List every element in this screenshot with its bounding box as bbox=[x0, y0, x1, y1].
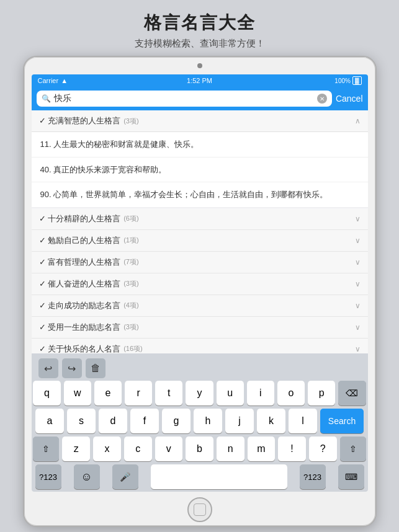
redo-button[interactable]: ↪ bbox=[62, 358, 82, 378]
key-e[interactable]: e bbox=[94, 381, 122, 406]
num-key-right[interactable]: ?123 bbox=[300, 464, 326, 489]
battery-info: 100% ▓ bbox=[334, 76, 361, 85]
key-o[interactable]: o bbox=[277, 381, 305, 406]
chevron-up-icon: ∧ bbox=[355, 117, 361, 125]
key-z[interactable]: z bbox=[62, 437, 90, 461]
search-bar-container: 🔍 快乐 ✕ Cancel bbox=[32, 87, 368, 110]
quote-item-1: 11. 人生最大的秘密和财富就是健康、快乐。 bbox=[32, 132, 368, 157]
delete-button[interactable]: 🗑 bbox=[86, 358, 105, 378]
chevron-down-icon-6: ∨ bbox=[355, 301, 361, 310]
category-section-7: ✓ 受用一生的励志名言 (3项) ∨ bbox=[32, 317, 368, 339]
chevron-down-icon-8: ∨ bbox=[355, 345, 361, 353]
page-header: 格言名言大全 支持模糊检索、查询非常方便！ bbox=[122, 0, 277, 56]
key-v[interactable]: v bbox=[155, 437, 183, 461]
keyboard-toolbar: ↩ ↪ 🗑 bbox=[34, 356, 366, 381]
category-title-8: ✓ 关于快乐的名人名言 (16项) bbox=[39, 344, 143, 354]
key-exclaim[interactable]: ! bbox=[278, 437, 306, 461]
key-k[interactable]: k bbox=[257, 409, 285, 433]
num-key-left[interactable]: ?123 bbox=[35, 464, 61, 489]
key-u[interactable]: u bbox=[217, 381, 244, 406]
category-header-5[interactable]: ✓ 催人奋进的人生格言 (3项) ∨ bbox=[32, 273, 368, 295]
key-m[interactable]: m bbox=[248, 437, 276, 461]
category-section-3: ✓ 勉励自己的人生格言 (1项) ∨ bbox=[32, 230, 368, 252]
mic-key[interactable]: 🎤 bbox=[112, 464, 138, 489]
category-title-4: ✓ 富有哲理的人生格言 (7项) bbox=[39, 257, 139, 268]
chevron-down-icon-3: ∨ bbox=[355, 236, 361, 245]
ipad-frame: Carrier ▲ 1:52 PM 100% ▓ 🔍 快乐 ✕ Cancel bbox=[23, 56, 377, 527]
key-y[interactable]: y bbox=[186, 381, 213, 406]
shift-key-right[interactable]: ⇧ bbox=[340, 437, 366, 461]
category-section-1: ✓ 充满智慧的人生格言 (3项) ∧ 11. 人生最大的秘密和财富就是健康、快乐… bbox=[32, 110, 368, 208]
cancel-button[interactable]: Cancel bbox=[336, 94, 363, 104]
search-input[interactable]: 快乐 bbox=[54, 93, 314, 104]
ipad-screen: Carrier ▲ 1:52 PM 100% ▓ 🔍 快乐 ✕ Cancel bbox=[32, 74, 368, 492]
key-f[interactable]: f bbox=[130, 409, 159, 433]
category-header-6[interactable]: ✓ 走向成功的励志名言 (4项) ∨ bbox=[32, 295, 368, 316]
search-input-wrap[interactable]: 🔍 快乐 ✕ bbox=[37, 91, 332, 107]
carrier-label: Carrier bbox=[38, 77, 59, 84]
category-section-6: ✓ 走向成功的励志名言 (4项) ∨ bbox=[32, 295, 368, 317]
key-p[interactable]: p bbox=[308, 381, 335, 406]
shift-key[interactable]: ⇧ bbox=[33, 437, 59, 461]
key-c[interactable]: c bbox=[124, 437, 152, 461]
category-title-1: ✓ 充满智慧的人生格言 (3项) bbox=[39, 115, 139, 126]
page-subtitle: 支持模糊检索、查询非常方便！ bbox=[135, 38, 265, 50]
quote-item-3: 90. 心简单，世界就简单，幸福才会生长；心自由，生活就自由，到哪都有快乐。 bbox=[32, 182, 368, 208]
key-j[interactable]: j bbox=[225, 409, 254, 433]
category-title-3: ✓ 勉励自己的人生格言 (1项) bbox=[39, 235, 139, 246]
key-x[interactable]: x bbox=[93, 437, 121, 461]
chevron-down-icon-5: ∨ bbox=[355, 280, 361, 288]
category-section-2: ✓ 十分精辟的人生格言 (6项) ∨ bbox=[32, 208, 368, 230]
key-a[interactable]: a bbox=[35, 409, 64, 433]
key-question[interactable]: ? bbox=[309, 437, 337, 461]
keyboard: ↩ ↪ 🗑 q w e r t y u i o p ⌫ a s bbox=[32, 353, 368, 492]
category-section-4: ✓ 富有哲理的人生格言 (7项) ∨ bbox=[32, 252, 368, 273]
category-section-8: ✓ 关于快乐的名人名言 (16项) ∨ bbox=[32, 339, 368, 354]
status-time: 1:52 PM bbox=[187, 77, 212, 84]
status-bar: Carrier ▲ 1:52 PM 100% ▓ bbox=[32, 74, 368, 87]
category-title-7: ✓ 受用一生的励志名言 (3项) bbox=[39, 322, 139, 333]
space-key[interactable] bbox=[151, 464, 287, 489]
key-r[interactable]: r bbox=[125, 381, 152, 406]
key-n[interactable]: n bbox=[217, 437, 244, 461]
keyboard-row-3: ⇧ z x c v b n m ! ? ⇧ bbox=[34, 437, 366, 461]
content-list: ✓ 充满智慧的人生格言 (3项) ∧ 11. 人生最大的秘密和财富就是健康、快乐… bbox=[32, 110, 368, 353]
carrier-info: Carrier ▲ bbox=[38, 77, 68, 84]
key-h[interactable]: h bbox=[194, 409, 222, 433]
key-g[interactable]: g bbox=[162, 409, 191, 433]
key-s[interactable]: s bbox=[67, 409, 96, 433]
home-button[interactable] bbox=[187, 497, 212, 522]
front-camera bbox=[197, 63, 202, 68]
undo-button[interactable]: ↩ bbox=[38, 358, 58, 378]
clear-search-button[interactable]: ✕ bbox=[317, 94, 327, 104]
key-q[interactable]: q bbox=[33, 381, 60, 406]
wifi-icon: ▲ bbox=[61, 77, 68, 84]
key-b[interactable]: b bbox=[186, 437, 213, 461]
category-header-7[interactable]: ✓ 受用一生的励志名言 (3项) ∨ bbox=[32, 317, 368, 338]
chevron-down-icon-7: ∨ bbox=[355, 323, 361, 332]
keyboard-row-1: q w e r t y u i o p ⌫ bbox=[34, 381, 366, 406]
search-button[interactable]: Search bbox=[320, 409, 364, 433]
category-section-5: ✓ 催人奋进的人生格言 (3项) ∨ bbox=[32, 273, 368, 295]
key-t[interactable]: t bbox=[155, 381, 182, 406]
chevron-down-icon-4: ∨ bbox=[355, 258, 361, 267]
battery-label: 100% bbox=[334, 78, 351, 84]
category-header-4[interactable]: ✓ 富有哲理的人生格言 (7项) ∨ bbox=[32, 252, 368, 273]
chevron-down-icon-2: ∨ bbox=[355, 215, 361, 223]
quote-item-2: 40. 真正的快乐来源于宽容和帮助。 bbox=[32, 157, 368, 183]
category-header-1[interactable]: ✓ 充满智慧的人生格言 (3项) ∧ bbox=[32, 110, 368, 132]
keyboard-dismiss-key[interactable]: ⌨ bbox=[338, 464, 364, 489]
category-title-5: ✓ 催人奋进的人生格言 (3项) bbox=[39, 278, 139, 290]
category-header-2[interactable]: ✓ 十分精辟的人生格言 (6项) ∨ bbox=[32, 208, 368, 229]
keyboard-row-2: a s d f g h j k l Search bbox=[34, 409, 366, 433]
category-header-3[interactable]: ✓ 勉励自己的人生格言 (1项) ∨ bbox=[32, 230, 368, 251]
backspace-key[interactable]: ⌫ bbox=[338, 381, 365, 406]
page-title: 格言名言大全 bbox=[135, 11, 265, 35]
key-d[interactable]: d bbox=[99, 409, 127, 433]
category-title-2: ✓ 十分精辟的人生格言 (6项) bbox=[39, 213, 139, 224]
key-l[interactable]: l bbox=[289, 409, 317, 433]
category-header-8[interactable]: ✓ 关于快乐的名人名言 (16项) ∨ bbox=[32, 339, 368, 354]
emoji-key[interactable]: ☺ bbox=[74, 464, 100, 489]
key-i[interactable]: i bbox=[247, 381, 274, 406]
key-w[interactable]: w bbox=[64, 381, 91, 406]
